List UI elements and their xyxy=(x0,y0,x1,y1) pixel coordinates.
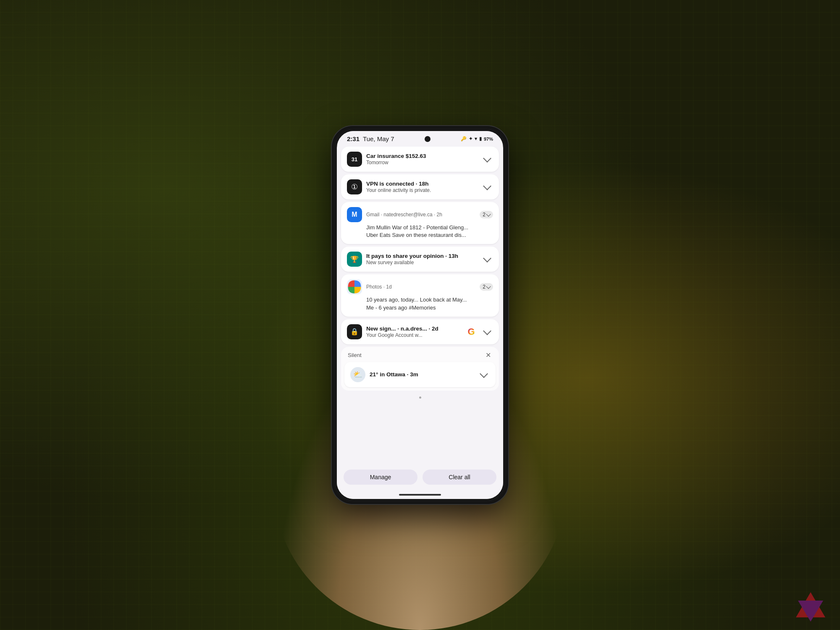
gmail-icon: M xyxy=(347,207,362,222)
gmail-app-label: Gmail · natedrescher@live.ca · 2h xyxy=(366,212,442,218)
photos-count[interactable]: 2 xyxy=(480,283,493,291)
notification-survey[interactable]: 🏆 It pays to share your opinion · 13h Ne… xyxy=(341,247,499,272)
home-bar xyxy=(399,494,441,496)
notification-vpn[interactable]: ① VPN is connected · 18h Your online act… xyxy=(341,174,499,200)
vpn-title: VPN is connected · 18h xyxy=(366,181,481,187)
calendar-subtitle: Tomorrow xyxy=(366,160,481,165)
gmail-line-2: Uber Eats Save on these restaurant dis..… xyxy=(366,231,493,239)
vpn-chevron[interactable] xyxy=(481,181,493,193)
bluetooth-icon: ✦ xyxy=(469,136,472,142)
notification-google-account[interactable]: 🔒 New sign... · n.a.dres... · 2d Your Go… xyxy=(341,319,499,344)
weather-icon: ⛅ xyxy=(350,367,365,382)
key-icon: 🔑 xyxy=(461,136,467,142)
status-icons: 🔑 ✦ ▾ ▮ 97% xyxy=(461,136,493,142)
phone-screen: 2:31 Tue, May 7 🔑 ✦ ▾ ▮ 97% 31 xyxy=(337,131,503,499)
manage-button[interactable]: Manage xyxy=(344,470,417,485)
battery-icon: ▮ xyxy=(479,136,482,142)
vpn-subtitle: Your online activity is private. xyxy=(366,187,481,193)
scroll-dots xyxy=(341,395,499,400)
silent-header: Silent ✕ xyxy=(341,347,499,362)
photos-body: 10 years ago, today... Look back at May.… xyxy=(347,296,493,311)
silent-section: Silent ✕ ⛅ 21° in Ottawa · 3m xyxy=(341,347,499,391)
status-date: Tue, May 7 xyxy=(363,135,394,142)
google-account-icon: 🔒 xyxy=(347,324,362,339)
calendar-chevron[interactable] xyxy=(481,153,493,165)
chevron-down-icon xyxy=(483,154,491,163)
silent-close-button[interactable]: ✕ xyxy=(484,351,492,360)
phone: 2:31 Tue, May 7 🔑 ✦ ▾ ▮ 97% 31 xyxy=(332,126,508,504)
status-bar: 2:31 Tue, May 7 🔑 ✦ ▾ ▮ 97% xyxy=(337,131,503,144)
weather-title: 21° in Ottawa · 3m xyxy=(370,371,478,378)
survey-subtitle: New survey available xyxy=(366,260,481,265)
home-indicator xyxy=(337,491,503,499)
google-account-chevron[interactable] xyxy=(481,326,493,338)
count-chevron-icon xyxy=(486,212,491,216)
clear-all-button[interactable]: Clear all xyxy=(423,470,496,485)
gmail-body: Jim Mullin War of 1812 - Potential Gleng… xyxy=(347,224,493,239)
gmail-count[interactable]: 2 xyxy=(480,211,493,218)
count-chevron-icon xyxy=(486,284,491,289)
google-account-title: New sign... · n.a.dres... · 2d xyxy=(366,326,464,332)
vpn-icon: ① xyxy=(351,182,358,192)
chevron-down-icon xyxy=(483,254,491,262)
calendar-icon: 31 xyxy=(347,152,362,167)
bottom-actions: Manage Clear all xyxy=(337,466,503,491)
gmail-line-1: Jim Mullin War of 1812 - Potential Gleng… xyxy=(366,224,493,231)
chevron-down-icon xyxy=(480,370,488,378)
scroll-dot xyxy=(419,396,421,399)
survey-icon: 🏆 xyxy=(347,252,362,267)
notification-list: 31 Car insurance $152.63 Tomorrow xyxy=(337,144,503,466)
survey-title: It pays to share your opinion · 13h xyxy=(366,253,481,259)
watermark xyxy=(794,592,827,622)
wifi-icon: ▾ xyxy=(475,136,477,142)
photos-line-2: Me - 6 years ago #Memories xyxy=(366,304,493,312)
photos-app-label: Photos · 1d xyxy=(366,284,392,290)
camera-dot xyxy=(425,136,430,142)
photos-icon xyxy=(347,279,362,294)
google-account-subtitle: Your Google Account w... xyxy=(366,332,464,338)
photos-line-1: 10 years ago, today... Look back at May.… xyxy=(366,296,493,304)
calendar-title: Car insurance $152.63 xyxy=(366,153,481,159)
survey-chevron[interactable] xyxy=(481,253,493,265)
status-time: 2:31 xyxy=(347,135,360,142)
google-logo: G xyxy=(464,324,479,339)
chevron-down-icon xyxy=(483,327,491,335)
notification-calendar[interactable]: 31 Car insurance $152.63 Tomorrow xyxy=(341,147,499,172)
chevron-down-icon xyxy=(483,182,491,190)
silent-label: Silent xyxy=(348,352,362,358)
watermark-down-triangle xyxy=(798,601,823,622)
weather-chevron[interactable] xyxy=(478,369,490,381)
notification-photos[interactable]: Photos · 1d 2 10 years ago, today... Loo… xyxy=(341,274,499,316)
battery-percent: 97% xyxy=(484,136,493,142)
vpn-icon-container: ① xyxy=(347,179,362,194)
notification-weather[interactable]: ⛅ 21° in Ottawa · 3m xyxy=(344,362,496,387)
notification-gmail[interactable]: M Gmail · natedrescher@live.ca · 2h 2 xyxy=(341,202,499,244)
